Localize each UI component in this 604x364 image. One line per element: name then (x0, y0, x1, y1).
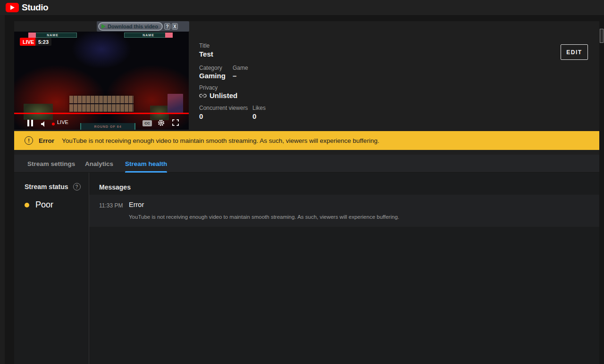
message-text: YouTube is not receiving enough video to… (129, 214, 399, 220)
stream-status-label: Stream status (25, 183, 68, 190)
game-value: – (233, 72, 236, 80)
edit-button[interactable]: EDIT (561, 44, 588, 60)
scoreboard-nameplate-left: NAME (28, 33, 77, 38)
youtube-logo-icon[interactable] (6, 3, 19, 12)
left-edge-strip (0, 15, 5, 364)
stream-tabs-bar: Stream settings Analytics Stream health (14, 155, 599, 173)
privacy-row: Unlisted (199, 91, 237, 99)
scrollbar-thumb[interactable] (600, 29, 604, 43)
category-value: Gaming (199, 72, 226, 80)
message-title: Error (129, 201, 144, 208)
tab-stream-health[interactable]: Stream health (125, 155, 167, 173)
banner-error-message: YouTube is not receiving enough video to… (62, 137, 379, 144)
nameplate-accent (165, 33, 173, 38)
message-timestamp: 11:33 PM (99, 202, 123, 209)
likes-value: 0 (252, 112, 256, 120)
pause-button[interactable] (27, 120, 33, 126)
download-button-label: Download this video (108, 24, 158, 29)
nameplate-accent (28, 33, 36, 38)
overlay-close-button[interactable]: X (172, 23, 178, 30)
video-inset-thumbnail (24, 104, 53, 120)
game-label: Game (233, 65, 248, 71)
stream-status-value: Poor (35, 200, 53, 210)
messages-header: Messages (99, 183, 131, 191)
nameplate-text: NAME (47, 33, 59, 37)
nameplate-text: NAME (143, 33, 154, 37)
alert-exclamation-icon: ! (25, 136, 33, 145)
round-of-64-banner: ROUND OF 64 (80, 123, 135, 130)
player-portrait-grid (69, 96, 134, 112)
overlay-help-button[interactable]: ? (164, 23, 170, 30)
title-value: Test (199, 50, 213, 58)
message-list-item[interactable]: 11:33 PM Error YouTube is not receiving … (89, 195, 599, 227)
elapsed-time-badge: 5:23 (35, 38, 51, 46)
download-extension-overlay: Download this video ? X (97, 21, 189, 32)
link-icon (199, 93, 207, 98)
title-label: Title (199, 42, 210, 49)
green-play-icon (101, 24, 106, 29)
closed-captions-button[interactable]: CC (143, 120, 152, 126)
live-badge: LIVE (20, 38, 37, 46)
tab-stream-settings[interactable]: Stream settings (27, 155, 75, 173)
character-portrait (168, 94, 183, 114)
status-poor-dot-icon (25, 203, 29, 207)
stream-status-value-row: Poor (25, 200, 53, 210)
round-label: ROUND OF 64 (94, 125, 121, 128)
scoreboard-nameplate-right: NAME (124, 33, 173, 38)
player-settings-gear-icon[interactable] (158, 119, 165, 128)
privacy-value: Unlisted (210, 91, 237, 99)
live-indicator-label[interactable]: LIVE (57, 119, 68, 125)
fullscreen-button[interactable] (172, 119, 179, 128)
privacy-label: Privacy (199, 84, 218, 91)
banner-error-title: Error (39, 137, 54, 144)
play-triangle-icon (10, 5, 15, 10)
stream-status-header: Stream status ? (25, 183, 81, 190)
volume-icon[interactable] (41, 120, 47, 129)
video-progress-bar[interactable] (14, 113, 189, 114)
studio-brand-title[interactable]: Studio (22, 2, 48, 13)
tab-analytics[interactable]: Analytics (85, 155, 113, 173)
status-help-icon[interactable]: ? (73, 183, 81, 190)
error-warning-banner: ! Error YouTube is not receiving enough … (14, 131, 599, 150)
category-label: Category (199, 65, 222, 71)
concurrent-viewers-label: Concurrent viewers (199, 105, 248, 111)
concurrent-viewers-value: 0 (199, 112, 203, 120)
download-this-video-button[interactable]: Download this video (98, 22, 163, 31)
right-scrollbar-track[interactable] (599, 15, 604, 364)
stream-dashboard-card: NAME NAME LIVE 5:23 ROUND OF 64 LIVE CC (14, 21, 599, 364)
stream-health-panel: Stream status ? Poor Messages 11:33 PM E… (14, 173, 599, 364)
live-dot-icon (52, 123, 55, 125)
top-app-bar: Studio (0, 0, 604, 15)
live-video-player[interactable]: NAME NAME LIVE 5:23 ROUND OF 64 LIVE CC (14, 32, 189, 130)
likes-label: Likes (252, 105, 266, 111)
